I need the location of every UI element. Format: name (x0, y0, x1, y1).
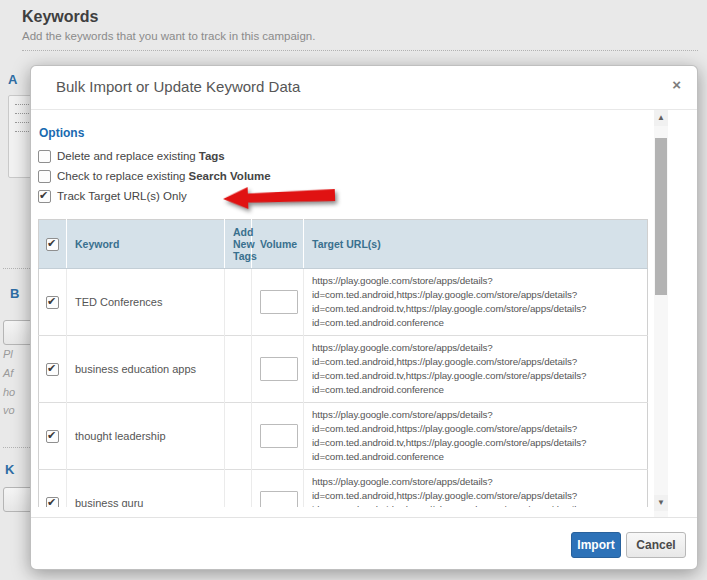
target-urls-cell: https://play.google.com/store/apps/detai… (304, 403, 648, 470)
modal-body: Options Delete and replace existing Tags… (31, 110, 697, 517)
table-row: business guru https://play.google.com/st… (39, 470, 648, 508)
keyword-cell: business education apps (67, 336, 225, 403)
cancel-button[interactable]: Cancel (626, 532, 686, 558)
column-header-add-new-tags: Add New Tags (225, 220, 252, 269)
bg-section-label-k: K (5, 462, 14, 477)
scroll-up-icon[interactable]: ▲ (654, 110, 668, 126)
target-urls-cell: https://play.google.com/store/apps/detai… (304, 269, 648, 336)
scrollbar[interactable]: ▲ ▼ (654, 110, 668, 517)
volume-input[interactable] (260, 424, 298, 448)
delete-tags-checkbox[interactable] (38, 150, 51, 163)
select-all-checkbox[interactable] (46, 238, 59, 251)
table-row: TED Conferences https://play.google.com/… (39, 269, 648, 336)
volume-input[interactable] (260, 491, 298, 507)
bulk-import-modal: Bulk Import or Update Keyword Data × Opt… (30, 65, 698, 570)
modal-header: Bulk Import or Update Keyword Data × (31, 66, 697, 110)
bg-help-text: Af (3, 367, 13, 379)
divider (3, 268, 30, 269)
close-icon[interactable]: × (672, 77, 681, 92)
add-new-tags-cell (225, 470, 252, 508)
keyword-cell: business guru (67, 470, 225, 508)
keyword-cell: thought leadership (67, 403, 225, 470)
bg-help-text: ho (3, 386, 15, 398)
target-urls-cell: https://play.google.com/store/apps/detai… (304, 470, 648, 508)
volume-input[interactable] (260, 357, 298, 381)
keyword-cell: TED Conferences (67, 269, 225, 336)
row-checkbox[interactable] (46, 363, 59, 376)
modal-footer: Import Cancel (31, 517, 697, 570)
keyword-table: Keyword Add New Tags Volume Target URL(s… (38, 219, 648, 507)
bg-help-text: Pl (3, 348, 13, 360)
volume-input[interactable] (260, 290, 298, 314)
add-new-tags-cell (225, 269, 252, 336)
table-header-row: Keyword Add New Tags Volume Target URL(s… (39, 220, 648, 269)
table-row: thought leadership https://play.google.c… (39, 403, 648, 470)
target-urls-cell: https://play.google.com/store/apps/detai… (304, 336, 648, 403)
options-heading: Options (39, 126, 648, 140)
table-row: business education apps https://play.goo… (39, 336, 648, 403)
page-subtitle: Add the keywords that you want to track … (22, 30, 315, 42)
scroll-area: Options Delete and replace existing Tags… (31, 110, 679, 507)
bg-section-label-b: B (10, 286, 19, 301)
option-track-target-urls[interactable]: Track Target URL(s) Only (38, 186, 648, 206)
bg-help-text: vo (3, 404, 15, 416)
row-checkbox[interactable] (46, 497, 59, 507)
annotation-arrow-icon (221, 181, 338, 213)
option-delete-replace-tags[interactable]: Delete and replace existing Tags (38, 146, 648, 166)
column-header-target-urls: Target URL(s) (304, 220, 648, 269)
replace-volume-checkbox[interactable] (38, 170, 51, 183)
page-title: Keywords (22, 8, 98, 26)
scroll-down-icon[interactable]: ▼ (654, 495, 668, 511)
row-checkbox[interactable] (46, 296, 59, 309)
modal-title: Bulk Import or Update Keyword Data (56, 78, 300, 95)
import-button[interactable]: Import (571, 532, 621, 558)
column-header-volume: Volume (252, 220, 304, 269)
divider (22, 50, 698, 51)
track-urls-checkbox[interactable] (38, 190, 51, 203)
column-header-keyword: Keyword (67, 220, 225, 269)
scrollbar-thumb[interactable] (655, 138, 667, 295)
option-replace-search-volume[interactable]: Check to replace existing Search Volume (38, 166, 648, 186)
add-new-tags-cell (225, 336, 252, 403)
bg-section-label-a: A (8, 72, 17, 87)
row-checkbox[interactable] (46, 430, 59, 443)
add-new-tags-cell (225, 403, 252, 470)
divider (3, 447, 30, 448)
